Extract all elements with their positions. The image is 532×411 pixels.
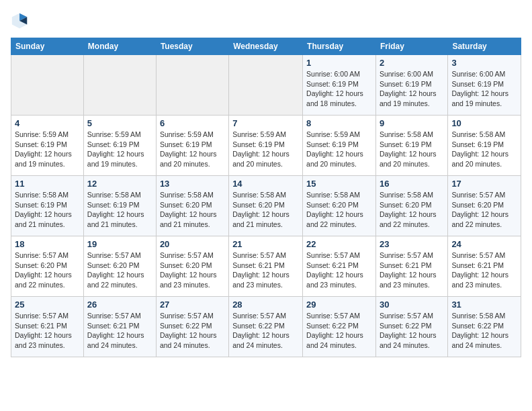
calendar-day: 27Sunrise: 5:57 AMSunset: 6:22 PMDayligh… bbox=[156, 297, 228, 357]
day-info: Sunrise: 5:57 AMSunset: 6:21 PMDaylight:… bbox=[15, 311, 80, 351]
day-number: 9 bbox=[380, 118, 444, 128]
calendar-day: 28Sunrise: 5:57 AMSunset: 6:22 PMDayligh… bbox=[229, 297, 303, 357]
calendar-day bbox=[229, 55, 303, 116]
calendar-day: 23Sunrise: 5:57 AMSunset: 6:21 PMDayligh… bbox=[375, 236, 447, 297]
day-info: Sunrise: 5:58 AMSunset: 6:19 PMDaylight:… bbox=[15, 190, 80, 230]
day-number: 14 bbox=[232, 179, 299, 189]
day-number: 1 bbox=[306, 58, 372, 68]
calendar-day: 3Sunrise: 6:00 AMSunset: 6:19 PMDaylight… bbox=[448, 55, 521, 116]
weekday-header: Sunday bbox=[11, 38, 84, 55]
day-number: 8 bbox=[306, 118, 372, 128]
day-number: 22 bbox=[306, 239, 372, 249]
calendar-day: 7Sunrise: 5:59 AMSunset: 6:19 PMDaylight… bbox=[229, 116, 303, 176]
calendar-day: 10Sunrise: 5:58 AMSunset: 6:19 PMDayligh… bbox=[448, 116, 521, 176]
day-info: Sunrise: 5:59 AMSunset: 6:19 PMDaylight:… bbox=[160, 130, 225, 169]
day-info: Sunrise: 5:57 AMSunset: 6:21 PMDaylight:… bbox=[87, 311, 152, 351]
calendar-day: 4Sunrise: 5:59 AMSunset: 6:19 PMDaylight… bbox=[11, 116, 84, 176]
calendar-day: 8Sunrise: 5:59 AMSunset: 6:19 PMDaylight… bbox=[303, 116, 376, 176]
day-number: 26 bbox=[87, 300, 152, 310]
day-number: 19 bbox=[87, 239, 152, 249]
calendar-day: 26Sunrise: 5:57 AMSunset: 6:21 PMDayligh… bbox=[83, 297, 156, 357]
calendar-day bbox=[156, 55, 228, 116]
day-number: 31 bbox=[451, 300, 517, 310]
calendar-day: 17Sunrise: 5:57 AMSunset: 6:20 PMDayligh… bbox=[448, 176, 521, 236]
day-info: Sunrise: 5:57 AMSunset: 6:22 PMDaylight:… bbox=[380, 311, 444, 351]
calendar-day: 29Sunrise: 5:57 AMSunset: 6:22 PMDayligh… bbox=[303, 297, 376, 357]
calendar-day: 19Sunrise: 5:57 AMSunset: 6:20 PMDayligh… bbox=[83, 236, 156, 297]
day-number: 13 bbox=[160, 179, 225, 189]
day-info: Sunrise: 5:58 AMSunset: 6:19 PMDaylight:… bbox=[380, 130, 444, 169]
calendar-day: 18Sunrise: 5:57 AMSunset: 6:20 PMDayligh… bbox=[11, 236, 84, 297]
day-info: Sunrise: 5:57 AMSunset: 6:20 PMDaylight:… bbox=[160, 250, 225, 290]
calendar-day: 21Sunrise: 5:57 AMSunset: 6:21 PMDayligh… bbox=[229, 236, 303, 297]
day-number: 3 bbox=[451, 58, 517, 68]
calendar-day: 6Sunrise: 5:59 AMSunset: 6:19 PMDaylight… bbox=[156, 116, 228, 176]
calendar-day: 5Sunrise: 5:59 AMSunset: 6:19 PMDaylight… bbox=[83, 116, 156, 176]
day-number: 25 bbox=[15, 300, 80, 310]
day-info: Sunrise: 6:00 AMSunset: 6:19 PMDaylight:… bbox=[451, 69, 517, 109]
day-number: 24 bbox=[451, 239, 517, 249]
logo-icon bbox=[11, 11, 30, 30]
day-info: Sunrise: 5:57 AMSunset: 6:20 PMDaylight:… bbox=[15, 250, 80, 290]
day-info: Sunrise: 5:57 AMSunset: 6:22 PMDaylight:… bbox=[160, 311, 225, 351]
day-info: Sunrise: 5:57 AMSunset: 6:21 PMDaylight:… bbox=[232, 250, 299, 290]
day-info: Sunrise: 5:57 AMSunset: 6:21 PMDaylight:… bbox=[380, 250, 444, 290]
day-info: Sunrise: 5:59 AMSunset: 6:19 PMDaylight:… bbox=[232, 130, 299, 169]
day-info: Sunrise: 5:57 AMSunset: 6:20 PMDaylight:… bbox=[451, 190, 517, 230]
calendar-day bbox=[83, 55, 156, 116]
weekday-header: Monday bbox=[83, 38, 156, 55]
page-header bbox=[11, 11, 521, 30]
calendar-week-row: 4Sunrise: 5:59 AMSunset: 6:19 PMDaylight… bbox=[11, 116, 521, 176]
calendar-day: 2Sunrise: 6:00 AMSunset: 6:19 PMDaylight… bbox=[375, 55, 447, 116]
day-number: 27 bbox=[160, 300, 225, 310]
day-number: 12 bbox=[87, 179, 152, 189]
calendar-week-row: 1Sunrise: 6:00 AMSunset: 6:19 PMDaylight… bbox=[11, 55, 521, 116]
day-info: Sunrise: 5:58 AMSunset: 6:20 PMDaylight:… bbox=[380, 190, 444, 230]
calendar-day: 12Sunrise: 5:58 AMSunset: 6:19 PMDayligh… bbox=[83, 176, 156, 236]
calendar-day: 25Sunrise: 5:57 AMSunset: 6:21 PMDayligh… bbox=[11, 297, 84, 357]
day-info: Sunrise: 5:59 AMSunset: 6:19 PMDaylight:… bbox=[15, 130, 80, 169]
day-info: Sunrise: 5:58 AMSunset: 6:19 PMDaylight:… bbox=[87, 190, 152, 230]
day-number: 16 bbox=[380, 179, 444, 189]
day-info: Sunrise: 5:59 AMSunset: 6:19 PMDaylight:… bbox=[306, 130, 372, 169]
calendar-day: 9Sunrise: 5:58 AMSunset: 6:19 PMDaylight… bbox=[375, 116, 447, 176]
day-info: Sunrise: 6:00 AMSunset: 6:19 PMDaylight:… bbox=[306, 69, 372, 109]
day-info: Sunrise: 5:57 AMSunset: 6:21 PMDaylight:… bbox=[306, 250, 372, 290]
day-info: Sunrise: 5:58 AMSunset: 6:19 PMDaylight:… bbox=[451, 130, 517, 169]
calendar-day: 20Sunrise: 5:57 AMSunset: 6:20 PMDayligh… bbox=[156, 236, 228, 297]
day-number: 28 bbox=[232, 300, 299, 310]
day-info: Sunrise: 5:58 AMSunset: 6:20 PMDaylight:… bbox=[306, 190, 372, 230]
weekday-header: Thursday bbox=[303, 38, 376, 55]
day-info: Sunrise: 5:57 AMSunset: 6:22 PMDaylight:… bbox=[232, 311, 299, 351]
calendar-day: 24Sunrise: 5:57 AMSunset: 6:21 PMDayligh… bbox=[448, 236, 521, 297]
logo bbox=[11, 11, 32, 30]
day-info: Sunrise: 5:57 AMSunset: 6:20 PMDaylight:… bbox=[87, 250, 152, 290]
weekday-header: Wednesday bbox=[229, 38, 303, 55]
day-info: Sunrise: 6:00 AMSunset: 6:19 PMDaylight:… bbox=[380, 69, 444, 109]
calendar-day: 13Sunrise: 5:58 AMSunset: 6:20 PMDayligh… bbox=[156, 176, 228, 236]
day-number: 15 bbox=[306, 179, 372, 189]
day-info: Sunrise: 5:58 AMSunset: 6:20 PMDaylight:… bbox=[232, 190, 299, 230]
calendar-day: 30Sunrise: 5:57 AMSunset: 6:22 PMDayligh… bbox=[375, 297, 447, 357]
day-number: 21 bbox=[232, 239, 299, 249]
day-info: Sunrise: 5:58 AMSunset: 6:20 PMDaylight:… bbox=[160, 190, 225, 230]
day-number: 29 bbox=[306, 300, 372, 310]
weekday-header: Friday bbox=[375, 38, 447, 55]
calendar-day: 11Sunrise: 5:58 AMSunset: 6:19 PMDayligh… bbox=[11, 176, 84, 236]
day-info: Sunrise: 5:57 AMSunset: 6:22 PMDaylight:… bbox=[306, 311, 372, 351]
calendar-week-row: 25Sunrise: 5:57 AMSunset: 6:21 PMDayligh… bbox=[11, 297, 521, 357]
day-number: 5 bbox=[87, 118, 152, 128]
day-number: 17 bbox=[451, 179, 517, 189]
day-number: 23 bbox=[380, 239, 444, 249]
calendar-day: 31Sunrise: 5:58 AMSunset: 6:22 PMDayligh… bbox=[448, 297, 521, 357]
weekday-row: SundayMondayTuesdayWednesdayThursdayFrid… bbox=[11, 38, 521, 55]
day-number: 6 bbox=[160, 118, 225, 128]
weekday-header: Saturday bbox=[448, 38, 521, 55]
calendar-header: SundayMondayTuesdayWednesdayThursdayFrid… bbox=[11, 38, 521, 55]
calendar-day: 16Sunrise: 5:58 AMSunset: 6:20 PMDayligh… bbox=[375, 176, 447, 236]
day-info: Sunrise: 5:57 AMSunset: 6:21 PMDaylight:… bbox=[451, 250, 517, 290]
day-info: Sunrise: 5:58 AMSunset: 6:22 PMDaylight:… bbox=[451, 311, 517, 351]
calendar-day: 1Sunrise: 6:00 AMSunset: 6:19 PMDaylight… bbox=[303, 55, 376, 116]
day-number: 7 bbox=[232, 118, 299, 128]
day-number: 20 bbox=[160, 239, 225, 249]
